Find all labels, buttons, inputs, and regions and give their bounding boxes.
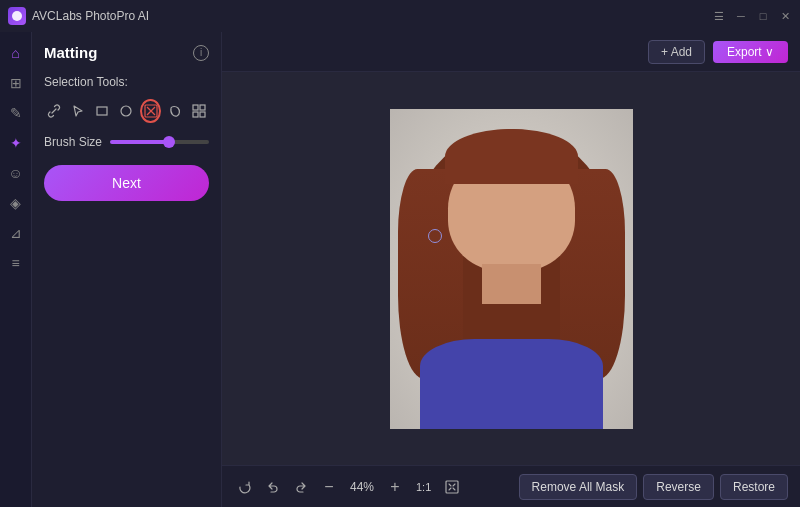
sidebar-icon-home[interactable]: ⌂ bbox=[3, 40, 29, 66]
sidebar-icon-star[interactable]: ✦ bbox=[3, 130, 29, 156]
add-button[interactable]: + Add bbox=[648, 40, 705, 64]
photo-container bbox=[390, 109, 633, 429]
refresh-button[interactable] bbox=[234, 476, 256, 498]
action-buttons: Remove All Mask Reverse Restore bbox=[519, 474, 788, 500]
active-erase-tool-button[interactable] bbox=[140, 99, 160, 123]
redo-button[interactable] bbox=[290, 476, 312, 498]
svg-point-0 bbox=[12, 11, 22, 21]
reverse-button[interactable]: Reverse bbox=[643, 474, 714, 500]
minimize-button[interactable]: ─ bbox=[734, 9, 748, 23]
grid-tool-button[interactable] bbox=[189, 99, 209, 123]
svg-rect-1 bbox=[97, 107, 107, 115]
next-button[interactable]: Next bbox=[44, 165, 209, 201]
header-bar: + Add Export ∨ bbox=[222, 32, 800, 72]
svg-rect-9 bbox=[200, 112, 205, 117]
panel-title: Matting bbox=[44, 44, 97, 61]
zoom-percent: 44% bbox=[346, 480, 378, 494]
cursor-tool-button[interactable] bbox=[68, 99, 88, 123]
export-button[interactable]: Export ∨ bbox=[713, 41, 788, 63]
link-tool-button[interactable] bbox=[44, 99, 64, 123]
brush-size-row: Brush Size bbox=[44, 135, 209, 149]
remove-all-mask-button[interactable]: Remove All Mask bbox=[519, 474, 638, 500]
sidebar-icon-person[interactable]: ☺ bbox=[3, 160, 29, 186]
canvas-area[interactable] bbox=[222, 72, 800, 465]
sidebar-icon-effect[interactable]: ◈ bbox=[3, 190, 29, 216]
circle-tool-button[interactable] bbox=[116, 99, 136, 123]
tools-row bbox=[44, 99, 209, 123]
sidebar-icon-adjust[interactable]: ⊿ bbox=[3, 220, 29, 246]
maximize-button[interactable]: □ bbox=[756, 9, 770, 23]
main-container: ⌂ ⊞ ✎ ✦ ☺ ◈ ⊿ ≡ Matting i Selection Tool… bbox=[0, 32, 800, 507]
svg-rect-7 bbox=[200, 105, 205, 110]
bottom-toolbar: − 44% + 1:1 Remove All Mask Reverse Rest… bbox=[222, 465, 800, 507]
zoom-out-button[interactable]: − bbox=[318, 476, 340, 498]
svg-rect-8 bbox=[193, 112, 198, 117]
info-icon[interactable]: i bbox=[193, 45, 209, 61]
hair-top bbox=[445, 129, 578, 184]
zoom-1to1-button[interactable]: 1:1 bbox=[412, 479, 435, 495]
brush-size-slider[interactable] bbox=[110, 140, 209, 144]
brush-size-label: Brush Size bbox=[44, 135, 102, 149]
undo-button[interactable] bbox=[262, 476, 284, 498]
svg-rect-10 bbox=[446, 481, 458, 493]
neck bbox=[482, 264, 541, 304]
selection-tools-label: Selection Tools: bbox=[44, 75, 209, 89]
zoom-in-button[interactable]: + bbox=[384, 476, 406, 498]
shirt bbox=[420, 339, 603, 429]
icon-sidebar: ⌂ ⊞ ✎ ✦ ☺ ◈ ⊿ ≡ bbox=[0, 32, 32, 507]
lasso-tool-button[interactable] bbox=[165, 99, 185, 123]
titlebar-left: AVCLabs PhotoPro AI bbox=[8, 7, 149, 25]
app-icon bbox=[8, 7, 26, 25]
content-area: + Add Export ∨ bbox=[222, 32, 800, 507]
close-button[interactable]: ✕ bbox=[778, 9, 792, 23]
left-panel: Matting i Selection Tools: bbox=[32, 32, 222, 507]
panel-header: Matting i bbox=[44, 44, 209, 61]
menu-button[interactable]: ☰ bbox=[712, 9, 726, 23]
restore-button[interactable]: Restore bbox=[720, 474, 788, 500]
svg-point-2 bbox=[121, 106, 131, 116]
fit-to-screen-button[interactable] bbox=[441, 476, 463, 498]
zoom-controls: − 44% + 1:1 bbox=[234, 476, 463, 498]
portrait-image bbox=[390, 109, 633, 429]
sidebar-icon-settings[interactable]: ≡ bbox=[3, 250, 29, 276]
titlebar-controls: ☰ ─ □ ✕ bbox=[712, 9, 792, 23]
rect-tool-button[interactable] bbox=[92, 99, 112, 123]
titlebar: AVCLabs PhotoPro AI ☰ ─ □ ✕ bbox=[0, 0, 800, 32]
sidebar-icon-layers[interactable]: ⊞ bbox=[3, 70, 29, 96]
sidebar-icon-brush[interactable]: ✎ bbox=[3, 100, 29, 126]
brush-thumb bbox=[163, 136, 175, 148]
svg-rect-6 bbox=[193, 105, 198, 110]
app-title: AVCLabs PhotoPro AI bbox=[32, 9, 149, 23]
